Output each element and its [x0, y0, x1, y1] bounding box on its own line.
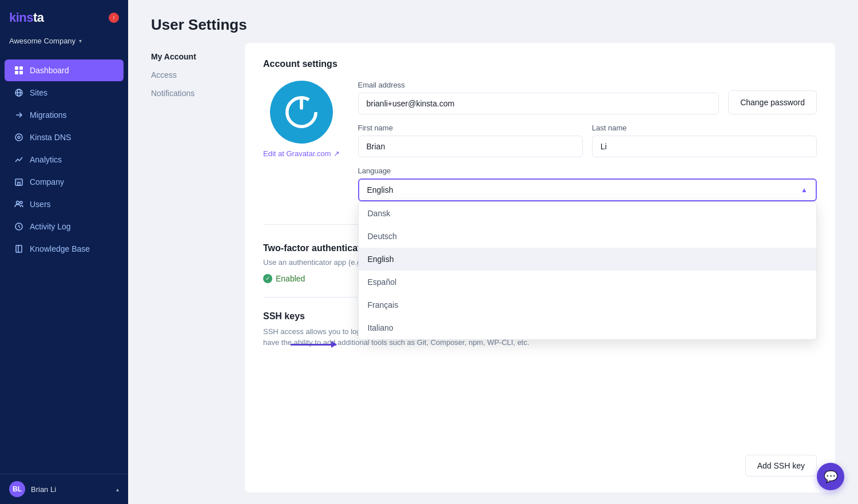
- svg-rect-2: [15, 71, 18, 74]
- chevron-down-icon: ▾: [79, 38, 82, 44]
- sidebar-item-sites[interactable]: Sites: [5, 82, 124, 104]
- content-area: My Account Access Notifications Account …: [128, 43, 858, 504]
- sidebar-item-activity-log-label: Activity Log: [30, 222, 71, 231]
- email-label: Email address: [358, 81, 720, 89]
- dropdown-chevron-icon: ▲: [801, 186, 808, 194]
- language-option-english[interactable]: English: [359, 248, 817, 271]
- add-ssh-key-button[interactable]: Add SSH key: [745, 455, 817, 477]
- language-selected: English: [367, 185, 394, 195]
- svg-point-15: [20, 201, 22, 204]
- external-link-icon: ↗: [333, 149, 340, 158]
- main-content: User Settings My Account Access Notifica…: [128, 0, 858, 504]
- first-name-group: First name: [358, 124, 583, 157]
- sidebar-header: kinsta !: [0, 0, 128, 32]
- first-name-input[interactable]: [358, 136, 583, 157]
- avatar-section: Edit at Gravatar.com ↗: [263, 81, 340, 158]
- email-row: Email address Change password: [358, 81, 817, 114]
- sidebar-nav: Dashboard Sites Migrations Kinsta DNS An…: [0, 54, 128, 474]
- email-input[interactable]: [358, 93, 720, 114]
- email-group: Email address: [358, 81, 720, 114]
- two-factor-status: ✓ Enabled: [263, 274, 305, 283]
- sidebar: kinsta ! Awesome Company ▾ Dashboard Sit…: [0, 0, 128, 504]
- sidebar-item-analytics-label: Analytics: [30, 155, 62, 164]
- user-avatar: [270, 81, 333, 144]
- svg-point-8: [18, 136, 20, 138]
- last-name-group: Last name: [592, 124, 817, 157]
- language-option-espanol[interactable]: Español: [359, 271, 817, 293]
- clock-icon: [14, 221, 24, 232]
- building-icon: [14, 177, 24, 187]
- notification-badge[interactable]: !: [109, 13, 119, 23]
- user-footer[interactable]: BL Brian Li ▴: [0, 474, 128, 504]
- first-name-label: First name: [358, 124, 583, 132]
- grid-icon: [14, 65, 24, 76]
- svg-rect-3: [19, 71, 23, 74]
- sidebar-item-dashboard-label: Dashboard: [30, 66, 69, 75]
- sidebar-item-activity-log[interactable]: Activity Log: [5, 216, 124, 237]
- sidebar-item-company[interactable]: Company: [5, 171, 124, 193]
- sidebar-item-sites-label: Sites: [30, 88, 47, 97]
- sidebar-item-users-label: Users: [30, 200, 51, 209]
- settings-panel: Account settings Edit at Gravatar.com ↗: [245, 43, 835, 493]
- sidebar-item-knowledge-base[interactable]: Knowledge Base: [5, 238, 124, 260]
- language-dropdown-menu: Dansk Deutsch English Español Français I…: [358, 201, 817, 340]
- last-name-input[interactable]: [592, 136, 817, 157]
- language-option-francais[interactable]: Français: [359, 293, 817, 316]
- arrow-line: [291, 344, 336, 346]
- company-name: Awesome Company: [9, 37, 76, 45]
- account-settings-title: Account settings: [263, 59, 817, 69]
- enabled-label: Enabled: [276, 274, 305, 283]
- language-label: Language: [358, 166, 817, 175]
- chat-button[interactable]: 💬: [817, 463, 844, 490]
- avatar: BL: [9, 481, 25, 497]
- name-row: First name Last name: [358, 124, 817, 157]
- dns-icon: [14, 132, 24, 142]
- account-settings-grid: Edit at Gravatar.com ↗ Email address Cha…: [263, 81, 817, 211]
- sidebar-item-migrations-label: Migrations: [30, 110, 67, 120]
- svg-rect-10: [18, 182, 20, 185]
- sidebar-item-dashboard[interactable]: Dashboard: [5, 59, 124, 81]
- page-header: User Settings: [128, 0, 858, 43]
- sidebar-item-migrations[interactable]: Migrations: [5, 104, 124, 126]
- language-section: Language English ▲ Dansk Deutsch Engl: [358, 166, 817, 201]
- page-title: User Settings: [151, 16, 835, 34]
- book-icon: [14, 244, 24, 254]
- settings-side-nav: My Account Access Notifications: [151, 43, 231, 493]
- sidebar-item-knowledge-base-label: Knowledge Base: [30, 244, 90, 253]
- sidebar-item-company-label: Company: [30, 177, 64, 186]
- user-name: Brian Li: [31, 485, 56, 494]
- enabled-dot-icon: ✓: [263, 274, 272, 283]
- last-name-label: Last name: [592, 124, 817, 132]
- svg-point-7: [15, 134, 22, 141]
- kinsta-logo: kinsta: [9, 10, 44, 25]
- migrations-icon: [14, 110, 24, 120]
- chevron-up-icon: ▴: [116, 486, 119, 493]
- language-option-italiano[interactable]: Italiano: [359, 316, 817, 339]
- chart-icon: [14, 154, 24, 165]
- language-option-deutsch[interactable]: Deutsch: [359, 225, 817, 248]
- side-nav-my-account[interactable]: My Account: [151, 47, 231, 66]
- users-icon: [14, 199, 24, 209]
- language-option-dansk[interactable]: Dansk: [359, 202, 817, 225]
- chat-icon: 💬: [824, 470, 838, 483]
- svg-rect-0: [15, 66, 18, 70]
- change-password-button[interactable]: Change password: [728, 90, 817, 114]
- arrow-annotation: [291, 344, 336, 346]
- sidebar-item-kinsta-dns[interactable]: Kinsta DNS: [5, 126, 124, 148]
- sidebar-item-kinsta-dns-label: Kinsta DNS: [30, 133, 71, 142]
- side-nav-notifications[interactable]: Notifications: [151, 84, 231, 102]
- gravatar-link[interactable]: Edit at Gravatar.com ↗: [263, 149, 340, 158]
- globe-icon: [14, 88, 24, 98]
- svg-point-14: [17, 201, 19, 204]
- company-selector[interactable]: Awesome Company ▾: [0, 32, 128, 54]
- svg-rect-1: [19, 66, 23, 70]
- sidebar-item-users[interactable]: Users: [5, 193, 124, 215]
- language-dropdown[interactable]: English ▲: [358, 178, 817, 201]
- sidebar-item-analytics[interactable]: Analytics: [5, 149, 124, 170]
- account-form: Email address Change password First name…: [358, 81, 817, 211]
- side-nav-access[interactable]: Access: [151, 66, 231, 84]
